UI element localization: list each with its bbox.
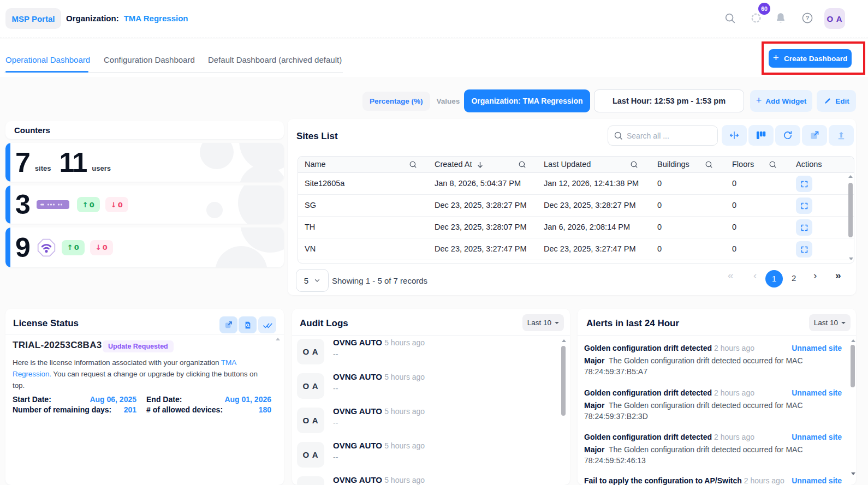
refresh-button[interactable]: [775, 125, 800, 146]
create-dashboard-button[interactable]: + Create Dashboard: [769, 49, 852, 68]
last-page-button[interactable]: »: [835, 270, 841, 282]
notification-count-badge: 60: [758, 3, 770, 15]
sites-search-box[interactable]: [608, 125, 718, 146]
alert-site-link[interactable]: Unnamed site: [792, 476, 842, 485]
switches-down-badge: ↓0: [105, 197, 128, 212]
counters-widget-title: Counters: [5, 121, 284, 139]
scroll-up-arrow[interactable]: [562, 339, 566, 342]
edit-button[interactable]: Edit: [817, 90, 856, 112]
first-page-button[interactable]: «: [728, 270, 734, 282]
page-2-button[interactable]: 2: [792, 273, 796, 283]
column-search-icon[interactable]: [630, 160, 638, 169]
scroll-down-arrow[interactable]: [851, 472, 855, 475]
tab-default-dashboard[interactable]: Default Dashboard (archived default): [208, 55, 342, 64]
prev-page-button[interactable]: ‹: [753, 270, 757, 282]
audit-log-entry[interactable]: O A OVNG AUTO 5 hours ago --: [297, 339, 559, 366]
scroll-up-arrow[interactable]: [851, 339, 855, 342]
sites-search-input[interactable]: [627, 131, 703, 140]
start-date-label: Start Date:: [13, 395, 51, 404]
audit-logs-widget: Audit Logs Last 10 O A OVNG AUTO 5 hours…: [292, 309, 570, 485]
columns-button[interactable]: [748, 125, 774, 146]
audit-range-dropdown[interactable]: Last 10: [522, 314, 564, 331]
aps-down-badge: ↓0: [90, 240, 113, 255]
col-floors[interactable]: Floors: [732, 160, 754, 169]
expand-site-button[interactable]: [796, 219, 812, 236]
sort-desc-icon[interactable]: [476, 161, 484, 169]
fullscreen-icon: [800, 202, 808, 210]
caret-down-icon: [841, 322, 846, 324]
help-icon[interactable]: ?: [801, 12, 813, 24]
audit-scrollbar-thumb[interactable]: [561, 346, 566, 416]
alerts-scrollbar-thumb[interactable]: [851, 345, 855, 387]
tab-operational-dashboard[interactable]: Operational Dashboard: [5, 55, 90, 64]
audit-log-entry[interactable]: O A OVNG AUTO 5 hours ago --: [297, 373, 559, 400]
organization-filter-button[interactable]: Organization: TMA Regression: [464, 89, 590, 112]
bell-icon[interactable]: [775, 12, 787, 24]
alert-site-link[interactable]: Unnamed site: [792, 344, 842, 352]
column-search-icon[interactable]: [769, 160, 777, 169]
alert-entry[interactable]: Golden configuration drift detected 2 ho…: [584, 344, 842, 377]
end-date-value: Aug 01, 2026: [217, 395, 271, 404]
col-last-updated[interactable]: Last Updated: [544, 160, 591, 169]
aps-up-badge: ↑0: [62, 240, 85, 255]
col-name[interactable]: Name: [305, 160, 326, 169]
plus-icon: +: [756, 95, 762, 106]
switch-icon: [37, 200, 69, 209]
export-button[interactable]: [829, 125, 854, 146]
user-avatar[interactable]: O A: [824, 8, 845, 29]
table-row[interactable]: Site12605a Jan 8, 2026, 5:04:37 PM Jan 1…: [298, 173, 854, 195]
license-audit-button[interactable]: [239, 316, 257, 333]
organization-link[interactable]: TMA Regression: [124, 14, 188, 23]
license-approve-button[interactable]: [258, 316, 276, 333]
page-size-select[interactable]: 5: [296, 269, 329, 292]
divider: [5, 334, 284, 334]
msp-portal-button[interactable]: MSP Portal: [5, 8, 61, 29]
page-1-button[interactable]: 1: [765, 270, 783, 288]
alert-entry[interactable]: Fail to apply the configuration to AP/Sw…: [584, 476, 842, 485]
audit-log-entry[interactable]: O A OVNG AUTO 5 hours ago --: [297, 442, 559, 469]
expand-site-button[interactable]: [796, 241, 812, 258]
sites-table-header: Name Created At Last Updated Buildings F…: [298, 157, 854, 173]
counter-row-switches: 3 ↑0 ↓0: [5, 185, 284, 224]
table-row[interactable]: SG Dec 23, 2025, 3:28:27 PM Dec 23, 2025…: [298, 195, 854, 217]
fit-columns-button[interactable]: [722, 125, 747, 146]
search-icon[interactable]: [724, 12, 736, 24]
tab-configuration-dashboard[interactable]: Configuration Dashboard: [104, 55, 195, 64]
table-scrollbar-thumb[interactable]: [848, 183, 853, 237]
counter-accent-bar: [5, 143, 10, 182]
external-link-icon: [809, 130, 820, 141]
alert-entry[interactable]: Golden configuration drift detected 2 ho…: [584, 388, 842, 422]
next-page-button[interactable]: ›: [813, 270, 817, 282]
table-row[interactable]: VN Dec 23, 2025, 3:27:47 PM Dec 23, 2025…: [298, 238, 854, 260]
column-search-icon[interactable]: [409, 160, 417, 169]
add-widget-button[interactable]: + Add Widget: [750, 90, 812, 112]
col-created-at[interactable]: Created At: [435, 160, 472, 169]
column-search-icon[interactable]: [518, 160, 526, 169]
organization-label: Organization:: [66, 14, 119, 23]
allowed-devices-label: # of allowed devices:: [146, 405, 223, 414]
alert-site-link[interactable]: Unnamed site: [792, 433, 842, 441]
toggle-percentage[interactable]: Percentage (%): [362, 92, 430, 111]
alerts-range-dropdown[interactable]: Last 10: [809, 314, 851, 331]
loading-spinner-icon[interactable]: [750, 12, 762, 24]
expand-site-button[interactable]: [796, 176, 812, 192]
column-search-icon[interactable]: [705, 160, 713, 169]
table-row[interactable]: TH Dec 23, 2025, 3:28:07 PM Jan 6, 2026,…: [298, 217, 854, 238]
start-date-value: Aug 06, 2025: [82, 395, 136, 404]
open-external-button[interactable]: [802, 125, 827, 146]
toggle-values[interactable]: Values: [437, 97, 460, 105]
expand-site-button[interactable]: [796, 197, 812, 214]
audit-log-entry[interactable]: O A OVNG AUTO 5 hours ago --: [297, 408, 559, 435]
time-range-picker[interactable]: Last Hour: 12:53 pm - 1:53 pm: [594, 89, 744, 112]
scroll-up-arrow[interactable]: [276, 338, 280, 340]
sites-list-widget: Sites List Name Crea: [288, 119, 856, 295]
audit-log-entry[interactable]: O A OVNG AUTO 5 hours ago --: [297, 476, 559, 485]
license-open-button[interactable]: [219, 316, 237, 333]
alert-entry[interactable]: Golden configuration drift detected 2 ho…: [584, 433, 842, 466]
col-buildings[interactable]: Buildings: [657, 160, 689, 169]
sites-list-title: Sites List: [296, 131, 338, 142]
alerts-title: Alerts in last 24 Hour: [586, 318, 679, 329]
organization-wrap: Organization:TMA Regression: [66, 14, 188, 23]
alert-site-link[interactable]: Unnamed site: [792, 388, 842, 397]
col-actions: Actions: [796, 160, 822, 169]
